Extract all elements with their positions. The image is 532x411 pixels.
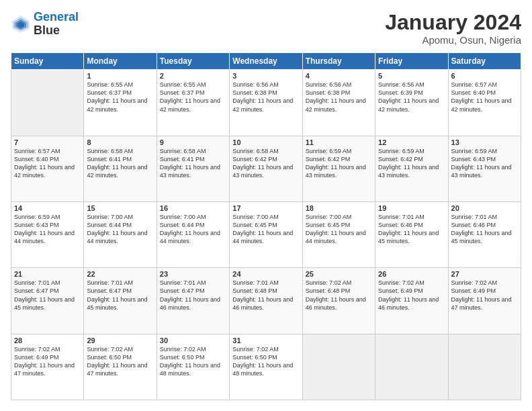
- calendar-cell: 17Sunrise: 7:00 AMSunset: 6:45 PMDayligh…: [230, 201, 302, 267]
- day-number: 4: [306, 72, 372, 80]
- title-area: January 2024 Apomu, Osun, Nigeria: [385, 11, 521, 46]
- calendar-cell: 13Sunrise: 6:59 AMSunset: 6:43 PMDayligh…: [448, 136, 521, 201]
- cell-details: Sunrise: 7:01 AMSunset: 6:46 PMDaylight:…: [451, 213, 518, 246]
- calendar-cell: 11Sunrise: 6:59 AMSunset: 6:42 PMDayligh…: [302, 136, 375, 201]
- calendar-cell: 4Sunrise: 6:56 AMSunset: 6:38 PMDaylight…: [302, 70, 375, 136]
- day-number: 25: [306, 270, 372, 278]
- day-number: 26: [378, 270, 445, 278]
- cell-details: Sunrise: 6:56 AMSunset: 6:38 PMDaylight:…: [306, 81, 372, 113]
- day-number: 24: [232, 270, 299, 278]
- day-number: 18: [306, 204, 372, 212]
- cell-details: Sunrise: 7:00 AMSunset: 6:44 PMDaylight:…: [160, 213, 226, 246]
- day-number: 22: [87, 270, 153, 278]
- cell-details: Sunrise: 6:59 AMSunset: 6:42 PMDaylight:…: [378, 147, 445, 180]
- day-number: 9: [160, 138, 226, 146]
- cell-details: Sunrise: 7:02 AMSunset: 6:49 PMDaylight:…: [378, 279, 445, 312]
- cell-details: Sunrise: 7:02 AMSunset: 6:50 PMDaylight:…: [87, 345, 153, 378]
- cell-details: Sunrise: 6:59 AMSunset: 6:43 PMDaylight:…: [451, 147, 518, 180]
- calendar-cell: 29Sunrise: 7:02 AMSunset: 6:50 PMDayligh…: [84, 334, 157, 400]
- calendar-cell: 8Sunrise: 6:58 AMSunset: 6:41 PMDaylight…: [84, 136, 157, 201]
- cell-details: Sunrise: 6:59 AMSunset: 6:43 PMDaylight:…: [14, 213, 81, 246]
- day-header-sunday: Sunday: [11, 53, 84, 70]
- day-number: 21: [14, 270, 81, 278]
- calendar-cell: 20Sunrise: 7:01 AMSunset: 6:46 PMDayligh…: [448, 201, 521, 267]
- calendar-cell: 21Sunrise: 7:01 AMSunset: 6:47 PMDayligh…: [11, 268, 84, 334]
- calendar-cell: 7Sunrise: 6:57 AMSunset: 6:40 PMDaylight…: [11, 136, 84, 201]
- cell-details: Sunrise: 7:02 AMSunset: 6:49 PMDaylight:…: [451, 279, 518, 312]
- cell-details: Sunrise: 7:01 AMSunset: 6:47 PMDaylight:…: [160, 279, 226, 312]
- calendar-week-3: 14Sunrise: 6:59 AMSunset: 6:43 PMDayligh…: [11, 201, 521, 267]
- cell-details: Sunrise: 6:58 AMSunset: 6:41 PMDaylight:…: [87, 147, 153, 180]
- header: General Blue January 2024 Apomu, Osun, N…: [11, 11, 521, 46]
- calendar-table: SundayMondayTuesdayWednesdayThursdayFrid…: [11, 52, 521, 400]
- calendar-cell: 5Sunrise: 6:56 AMSunset: 6:39 PMDaylight…: [375, 70, 448, 136]
- logo: General Blue: [11, 11, 79, 38]
- location: Apomu, Osun, Nigeria: [385, 34, 521, 46]
- month-title: January 2024: [385, 11, 521, 34]
- calendar-cell: 26Sunrise: 7:02 AMSunset: 6:49 PMDayligh…: [375, 268, 448, 334]
- cell-details: Sunrise: 7:00 AMSunset: 6:45 PMDaylight:…: [306, 213, 372, 246]
- cell-details: Sunrise: 7:02 AMSunset: 6:50 PMDaylight:…: [232, 345, 299, 378]
- day-number: 2: [160, 72, 226, 80]
- calendar-cell: 23Sunrise: 7:01 AMSunset: 6:47 PMDayligh…: [157, 268, 229, 334]
- day-header-tuesday: Tuesday: [157, 53, 229, 70]
- calendar-header-row: SundayMondayTuesdayWednesdayThursdayFrid…: [11, 53, 521, 70]
- calendar-cell: 25Sunrise: 7:02 AMSunset: 6:48 PMDayligh…: [302, 268, 375, 334]
- cell-details: Sunrise: 6:56 AMSunset: 6:39 PMDaylight:…: [378, 81, 445, 113]
- cell-details: Sunrise: 6:57 AMSunset: 6:40 PMDaylight:…: [451, 81, 518, 113]
- day-header-thursday: Thursday: [302, 53, 375, 70]
- calendar-week-1: 1Sunrise: 6:55 AMSunset: 6:37 PMDaylight…: [11, 70, 521, 136]
- calendar-cell: [11, 70, 84, 136]
- day-number: 14: [14, 204, 81, 212]
- day-header-saturday: Saturday: [448, 53, 521, 70]
- day-number: 8: [87, 138, 153, 146]
- calendar-cell: 18Sunrise: 7:00 AMSunset: 6:45 PMDayligh…: [302, 201, 375, 267]
- day-number: 12: [378, 138, 445, 146]
- cell-details: Sunrise: 7:02 AMSunset: 6:48 PMDaylight:…: [306, 279, 372, 312]
- day-number: 20: [451, 204, 518, 212]
- day-number: 15: [87, 204, 153, 212]
- day-number: 19: [378, 204, 445, 212]
- cell-details: Sunrise: 7:00 AMSunset: 6:44 PMDaylight:…: [87, 213, 153, 246]
- calendar-cell: 16Sunrise: 7:00 AMSunset: 6:44 PMDayligh…: [157, 201, 229, 267]
- day-number: 17: [232, 204, 299, 212]
- logo-text: General Blue: [34, 11, 79, 38]
- calendar-cell: 9Sunrise: 6:58 AMSunset: 6:41 PMDaylight…: [157, 136, 229, 201]
- calendar-cell: 19Sunrise: 7:01 AMSunset: 6:46 PMDayligh…: [375, 201, 448, 267]
- cell-details: Sunrise: 6:56 AMSunset: 6:38 PMDaylight:…: [232, 81, 299, 113]
- day-number: 5: [378, 72, 445, 80]
- day-number: 28: [14, 336, 81, 345]
- cell-details: Sunrise: 7:01 AMSunset: 6:48 PMDaylight:…: [232, 279, 299, 312]
- calendar-cell: 31Sunrise: 7:02 AMSunset: 6:50 PMDayligh…: [230, 334, 302, 400]
- logo-line2: Blue: [34, 24, 79, 38]
- day-number: 30: [160, 336, 226, 345]
- calendar-cell: 30Sunrise: 7:02 AMSunset: 6:50 PMDayligh…: [157, 334, 229, 400]
- calendar-week-2: 7Sunrise: 6:57 AMSunset: 6:40 PMDaylight…: [11, 136, 521, 201]
- cell-details: Sunrise: 7:02 AMSunset: 6:50 PMDaylight:…: [160, 345, 226, 378]
- cell-details: Sunrise: 7:02 AMSunset: 6:49 PMDaylight:…: [14, 345, 81, 378]
- cell-details: Sunrise: 6:55 AMSunset: 6:37 PMDaylight:…: [87, 81, 153, 113]
- day-header-monday: Monday: [84, 53, 157, 70]
- logo-icon: [11, 14, 31, 34]
- day-number: 31: [232, 336, 299, 345]
- cell-details: Sunrise: 7:01 AMSunset: 6:46 PMDaylight:…: [378, 213, 445, 246]
- cell-details: Sunrise: 6:55 AMSunset: 6:37 PMDaylight:…: [160, 81, 226, 113]
- calendar-cell: [375, 334, 448, 400]
- day-number: 27: [451, 270, 518, 278]
- cell-details: Sunrise: 6:58 AMSunset: 6:41 PMDaylight:…: [160, 147, 226, 180]
- calendar-cell: 22Sunrise: 7:01 AMSunset: 6:47 PMDayligh…: [84, 268, 157, 334]
- calendar-cell: [302, 334, 375, 400]
- cell-details: Sunrise: 6:57 AMSunset: 6:40 PMDaylight:…: [14, 147, 81, 180]
- calendar-cell: 3Sunrise: 6:56 AMSunset: 6:38 PMDaylight…: [230, 70, 302, 136]
- calendar-week-4: 21Sunrise: 7:01 AMSunset: 6:47 PMDayligh…: [11, 268, 521, 334]
- calendar-cell: 10Sunrise: 6:58 AMSunset: 6:42 PMDayligh…: [230, 136, 302, 201]
- calendar-cell: 12Sunrise: 6:59 AMSunset: 6:42 PMDayligh…: [375, 136, 448, 201]
- day-number: 29: [87, 336, 153, 345]
- day-header-wednesday: Wednesday: [230, 53, 302, 70]
- calendar-cell: 15Sunrise: 7:00 AMSunset: 6:44 PMDayligh…: [84, 201, 157, 267]
- calendar-cell: 2Sunrise: 6:55 AMSunset: 6:37 PMDaylight…: [157, 70, 229, 136]
- day-number: 11: [306, 138, 372, 146]
- cell-details: Sunrise: 6:59 AMSunset: 6:42 PMDaylight:…: [306, 147, 372, 180]
- day-number: 6: [451, 72, 518, 80]
- calendar-cell: 14Sunrise: 6:59 AMSunset: 6:43 PMDayligh…: [11, 201, 84, 267]
